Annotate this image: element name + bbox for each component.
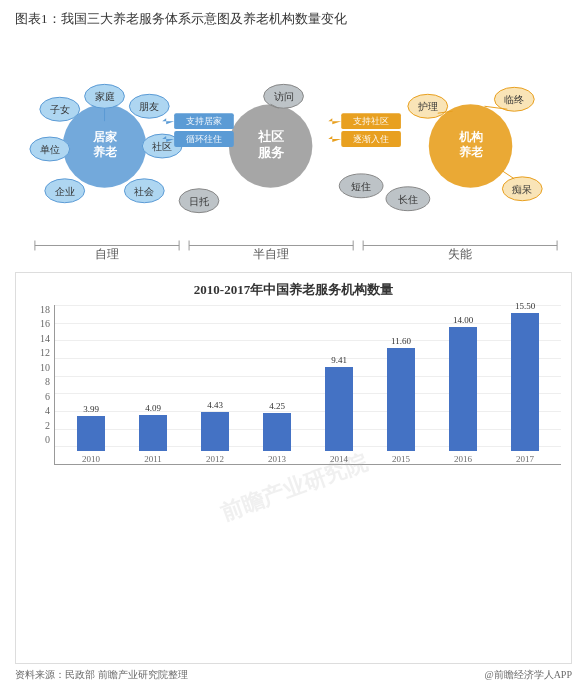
bar-rect-2015	[387, 348, 415, 451]
bar-2015: 11.60 2015	[370, 336, 432, 464]
svg-text:机构: 机构	[458, 130, 483, 144]
y-tick-4: 4	[45, 406, 50, 416]
y-tick-0: 0	[45, 435, 50, 445]
bar-year-2010: 2010	[82, 454, 100, 464]
bar-year-2012: 2012	[206, 454, 224, 464]
bar-label-2011: 4.09	[145, 403, 161, 413]
y-tick-18: 18	[40, 305, 50, 315]
diagram-section: 自理 半自理 失能 居家 养老 家庭 朋友 社区	[15, 36, 572, 266]
svg-text:服务: 服务	[257, 145, 285, 160]
svg-text:单位: 单位	[40, 144, 60, 155]
bar-rect-2016	[449, 327, 477, 451]
y-tick-16: 16	[40, 319, 50, 329]
svg-text:半自理: 半自理	[253, 247, 289, 261]
y-tick-2: 2	[45, 421, 50, 431]
chart-main-title: 图表1：我国三大养老服务体系示意图及养老机构数量变化	[15, 10, 572, 28]
bar-label-2015: 11.60	[391, 336, 411, 346]
y-tick-8: 8	[45, 377, 50, 387]
svg-marker-49	[328, 136, 341, 142]
bar-rect-2012	[201, 412, 229, 451]
bar-2014: 9.41 2014	[308, 355, 370, 464]
bar-label-2013: 4.25	[269, 401, 285, 411]
barchart-title: 2010-2017年中国养老服务机构数量	[26, 281, 561, 299]
footer-source: 资料来源：民政部 前瞻产业研究院整理	[15, 668, 188, 682]
svg-text:失能: 失能	[448, 247, 472, 261]
svg-text:日托: 日托	[189, 196, 209, 207]
bar-label-2014: 9.41	[331, 355, 347, 365]
bar-label-2012: 4.43	[207, 400, 223, 410]
svg-text:临终: 临终	[504, 94, 524, 105]
svg-text:长住: 长住	[398, 194, 418, 205]
svg-text:社会: 社会	[134, 186, 154, 197]
y-tick-14: 14	[40, 334, 50, 344]
bar-rect-2013	[263, 413, 291, 451]
svg-text:痴呆: 痴呆	[512, 184, 532, 195]
svg-marker-42	[162, 118, 174, 124]
svg-marker-48	[328, 118, 341, 124]
svg-text:居家: 居家	[92, 130, 118, 144]
svg-text:护理: 护理	[417, 101, 438, 112]
footer: 资料来源：民政部 前瞻产业研究院整理 @前瞻经济学人APP	[15, 668, 572, 682]
svg-text:养老: 养老	[92, 145, 118, 159]
bar-rect-2014	[325, 367, 353, 451]
footer-watermark: @前瞻经济学人APP	[484, 668, 572, 682]
svg-text:逐渐入住: 逐渐入住	[353, 134, 389, 144]
svg-text:子女: 子女	[50, 104, 70, 115]
svg-text:短住: 短住	[351, 181, 371, 192]
bar-rect-2017	[511, 313, 539, 451]
svg-text:社区: 社区	[152, 141, 172, 152]
svg-text:支持社区: 支持社区	[353, 116, 389, 126]
bar-label-2010: 3.99	[83, 404, 99, 414]
svg-text:家庭: 家庭	[95, 91, 115, 102]
bar-rect-2010	[77, 416, 105, 451]
svg-text:养老: 养老	[458, 145, 484, 159]
bar-year-2015: 2015	[392, 454, 410, 464]
barchart-inner: 18 16 14 12 10 8 6 4 2 0	[26, 305, 561, 485]
svg-text:社区: 社区	[257, 129, 284, 144]
svg-text:朋友: 朋友	[139, 101, 159, 112]
bar-year-2013: 2013	[268, 454, 286, 464]
bar-rect-2011	[139, 415, 167, 451]
bar-year-2011: 2011	[144, 454, 162, 464]
y-axis: 18 16 14 12 10 8 6 4 2 0	[26, 305, 54, 465]
bar-year-2017: 2017	[516, 454, 534, 464]
svg-text:自理: 自理	[95, 247, 119, 261]
svg-text:支持居家: 支持居家	[186, 116, 222, 126]
y-tick-12: 12	[40, 348, 50, 358]
barchart-section: 2010-2017年中国养老服务机构数量 18 16 14 12 10 8 6 …	[15, 272, 572, 664]
bar-2010: 3.99 2010	[60, 404, 122, 464]
svg-text:循环往住: 循环往住	[186, 134, 222, 144]
y-tick-6: 6	[45, 392, 50, 402]
bar-2017: 15.50 2017	[494, 301, 556, 464]
bar-2013: 4.25 2013	[246, 401, 308, 464]
svg-text:企业: 企业	[55, 186, 75, 197]
bar-2016: 14.00 2016	[432, 315, 494, 464]
bar-2011: 4.09 2011	[122, 403, 184, 464]
bar-label-2017: 15.50	[515, 301, 535, 311]
svg-text:访问: 访问	[274, 91, 294, 102]
bar-2012: 4.43 2012	[184, 400, 246, 464]
y-tick-10: 10	[40, 363, 50, 373]
bar-year-2014: 2014	[330, 454, 348, 464]
page-container: 图表1：我国三大养老服务体系示意图及养老机构数量变化 自理 半自理 失能 居家 …	[0, 0, 587, 692]
bar-year-2016: 2016	[454, 454, 472, 464]
diagram-svg: 自理 半自理 失能 居家 养老 家庭 朋友 社区	[15, 36, 572, 266]
svg-line-65	[502, 171, 514, 179]
bar-label-2016: 14.00	[453, 315, 473, 325]
